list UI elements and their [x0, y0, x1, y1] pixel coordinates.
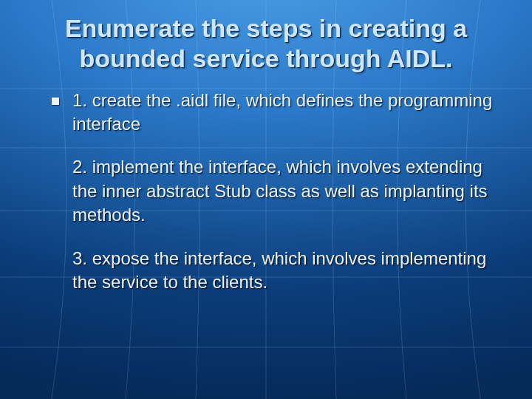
bullet-text: 1. create the .aidl file, which defines …	[72, 89, 497, 295]
bullet-marker-icon	[52, 98, 59, 105]
bullet-item: 1. create the .aidl file, which defines …	[52, 89, 497, 295]
slide-title: Enumerate the steps in creating a bounde…	[0, 0, 532, 80]
step-2-text: 2. implement the interface, which involv…	[72, 155, 497, 227]
step-3-text: 3. expose the interface, which involves …	[72, 247, 497, 295]
step-1-text: 1. create the .aidl file, which defines …	[72, 89, 497, 137]
slide: Enumerate the steps in creating a bounde…	[0, 0, 532, 399]
slide-body: 1. create the .aidl file, which defines …	[0, 80, 532, 295]
